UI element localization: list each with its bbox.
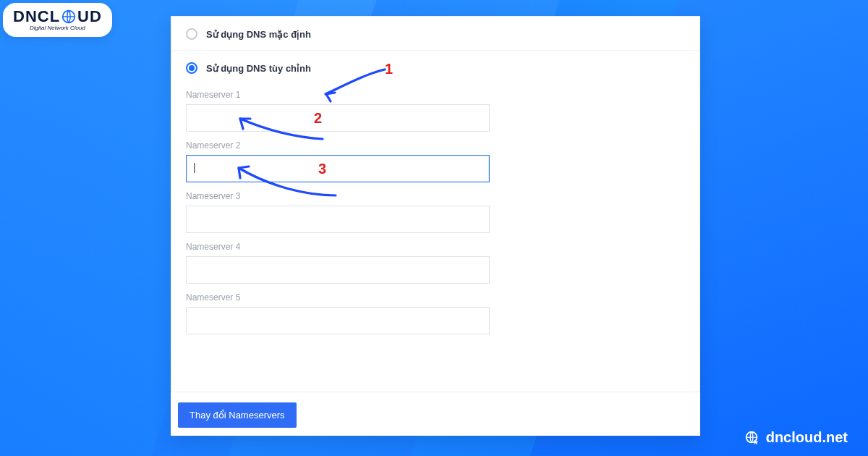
nameserver-label: Nameserver 2 bbox=[186, 140, 685, 151]
nameserver-input-1[interactable] bbox=[186, 104, 490, 132]
dns-option-default-label: Sử dụng DNS mặc định bbox=[206, 29, 311, 40]
globe-cursor-icon bbox=[744, 430, 760, 446]
nameserver-fields: Nameserver 1 Nameserver 2 | Nameserver 3… bbox=[171, 80, 699, 346]
brand-badge: DNCL UD Digital Network Cloud bbox=[3, 3, 112, 37]
globe-icon bbox=[61, 9, 77, 25]
dns-option-custom-label: Sử dụng DNS tùy chỉnh bbox=[206, 63, 311, 74]
radio-unchecked-icon[interactable] bbox=[186, 28, 197, 40]
nameserver-field-1: Nameserver 1 bbox=[186, 90, 685, 132]
stage: DNCL UD Digital Network Cloud Sử dụng DN… bbox=[0, 0, 868, 456]
dns-option-default-row[interactable]: Sử dụng DNS mặc định bbox=[171, 17, 699, 51]
nameserver-input-5[interactable] bbox=[186, 307, 490, 334]
footer-site-link[interactable]: dncloud.net bbox=[744, 429, 848, 446]
text-caret-icon: | bbox=[193, 161, 196, 173]
nameserver-field-4: Nameserver 4 bbox=[186, 242, 685, 284]
brand-wordmark: DNCL UD bbox=[13, 7, 102, 26]
nameserver-input-2[interactable] bbox=[186, 155, 490, 182]
dns-card: Sử dụng DNS mặc định Sử dụng DNS tùy chỉ… bbox=[171, 16, 700, 392]
nameserver-label: Nameserver 1 bbox=[186, 90, 685, 100]
brand-name-left: DNCL bbox=[13, 7, 60, 26]
nameserver-label: Nameserver 4 bbox=[186, 242, 685, 252]
nameserver-field-5: Nameserver 5 bbox=[186, 292, 685, 334]
nameserver-field-2: Nameserver 2 | bbox=[186, 140, 685, 182]
nameserver-label: Nameserver 3 bbox=[186, 191, 685, 201]
nameserver-input-3[interactable] bbox=[186, 206, 490, 233]
nameserver-input-4[interactable] bbox=[186, 256, 490, 284]
footer-site-text: dncloud.net bbox=[766, 429, 848, 446]
radio-checked-icon[interactable] bbox=[186, 62, 197, 74]
nameserver-field-3: Nameserver 3 bbox=[186, 191, 685, 233]
dns-option-custom-row[interactable]: Sử dụng DNS tùy chỉnh bbox=[171, 51, 699, 80]
nameserver-label: Nameserver 5 bbox=[186, 292, 685, 303]
dns-panel: Sử dụng DNS mặc định Sử dụng DNS tùy chỉ… bbox=[171, 16, 700, 436]
submit-nameservers-button[interactable]: Thay đổi Nameservers bbox=[178, 402, 297, 428]
brand-tagline: Digital Network Cloud bbox=[30, 25, 85, 31]
brand-name-right: UD bbox=[77, 7, 102, 26]
